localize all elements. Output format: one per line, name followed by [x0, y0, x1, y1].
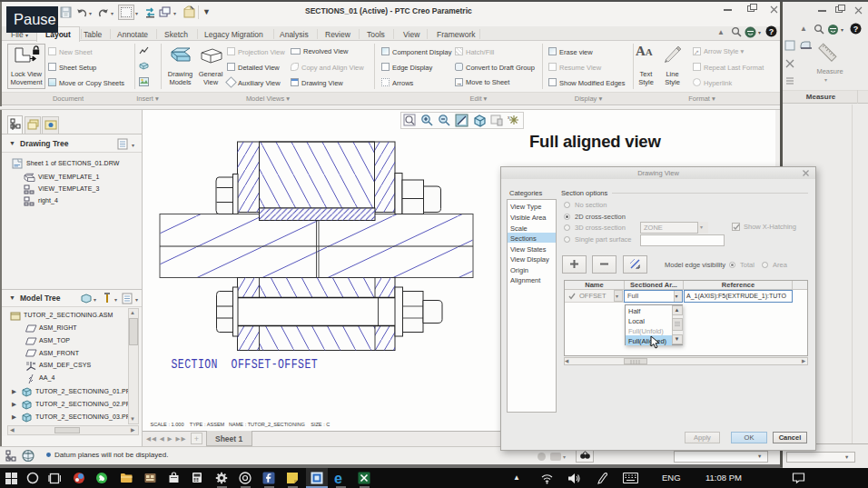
svg-text:x: x — [508, 115, 510, 120]
svg-text:SECTION OFFSET-OFFSET: SECTION OFFSET-OFFSET — [172, 356, 319, 372]
svg-text:?: ? — [769, 27, 774, 36]
svg-text:?: ? — [853, 25, 859, 34]
svg-text:e: e — [334, 471, 342, 485]
svg-text:SCALE : 1.000 TYPE : ASSEM: SCALE : 1.000 TYPE : ASSEM NAME : TUTOR_… — [151, 422, 330, 427]
